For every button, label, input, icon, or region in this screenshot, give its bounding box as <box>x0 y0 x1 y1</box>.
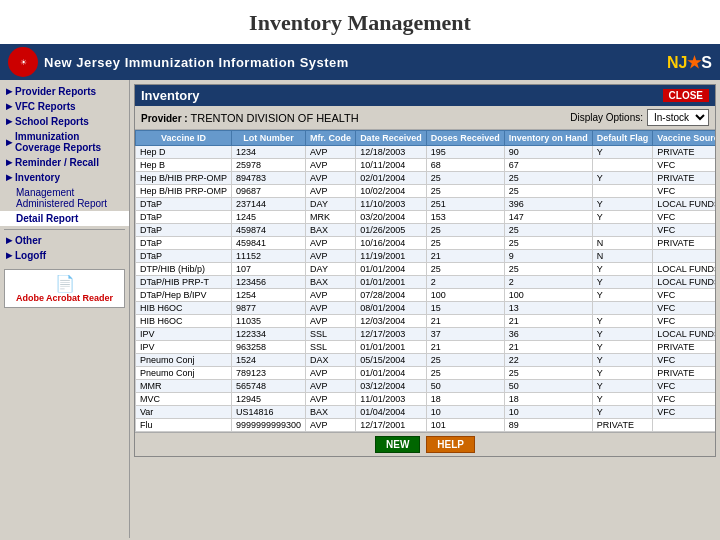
table-cell: 25 <box>426 263 504 276</box>
table-cell <box>592 302 653 315</box>
table-cell: PRIVATE <box>653 341 715 354</box>
table-cell: 01/01/2004 <box>356 263 427 276</box>
table-row[interactable]: DTaP11152AVP11/19/2001219N11/19/2007 <box>136 250 716 263</box>
table-cell: 153 <box>426 211 504 224</box>
inventory-header: Inventory CLOSE <box>135 85 715 106</box>
table-cell: AVP <box>306 315 356 328</box>
table-cell: VFC <box>653 393 715 406</box>
table-cell: 12/17/2001 <box>356 419 427 432</box>
table-cell: Y <box>592 315 653 328</box>
sidebar-label: Immunization Coverage Reports <box>15 131 123 153</box>
table-row[interactable]: IPV122334SSL12/17/20033736YLOCAL FUNDS12… <box>136 328 716 341</box>
table-cell: 07/28/2004 <box>356 289 427 302</box>
table-cell: 107 <box>232 263 306 276</box>
sidebar-label: School Reports <box>15 116 89 127</box>
sidebar-item-vfc-reports[interactable]: ▶ VFC Reports <box>0 99 129 114</box>
table-row[interactable]: Pneumo Conj1524DAX05/15/20042522YVFC05/1… <box>136 354 716 367</box>
table-row[interactable]: MMR565748AVP03/12/20045050YVFC04/25/2005 <box>136 380 716 393</box>
sidebar-item-school-reports[interactable]: ▶ School Reports <box>0 114 129 129</box>
sidebar-item-logoff[interactable]: ▶ Logoff <box>0 248 129 263</box>
column-header: Mfr. Code <box>306 131 356 146</box>
table-cell: VFC <box>653 302 715 315</box>
table-cell: 9999999999300 <box>232 419 306 432</box>
table-cell: 11/19/2001 <box>356 250 427 263</box>
table-cell: VFC <box>653 380 715 393</box>
column-header: Date Received <box>356 131 427 146</box>
table-row[interactable]: MVC12945AVP11/01/20031818YVFC12/28/2005 <box>136 393 716 406</box>
sidebar-item-other[interactable]: ▶ Other <box>0 233 129 248</box>
table-row[interactable]: Hep D1234AVP12/18/200319590YPRIVATE12/01… <box>136 146 716 159</box>
table-cell: 25 <box>426 354 504 367</box>
table-cell: DTaP/HIB PRP-T <box>136 276 232 289</box>
display-options-label: Display Options: <box>570 112 643 123</box>
table-cell: Y <box>592 406 653 419</box>
display-options-select[interactable]: In-stockAllExpiredUsed <box>647 109 709 126</box>
table-cell: US14816 <box>232 406 306 419</box>
table-row[interactable]: DTaP237144DAY11/10/2003251396YLOCAL FUND… <box>136 198 716 211</box>
sidebar-item-inventory[interactable]: ▶ Inventory <box>0 170 129 185</box>
table-cell: LOCAL FUNDS <box>653 328 715 341</box>
table-row[interactable]: IPV963258SSL01/01/20012121YPRIVATE01/01/… <box>136 341 716 354</box>
inventory-panel: Inventory CLOSE Provider : TRENTON DIVIS… <box>134 84 716 457</box>
acrobat-icon: 📄 <box>9 274 120 293</box>
table-row[interactable]: Hep B25978AVP10/11/20046867VFC10/11/2008 <box>136 159 716 172</box>
column-header: Default Flag <box>592 131 653 146</box>
table-cell: Hep B/HIB PRP-OMP <box>136 172 232 185</box>
table-row[interactable]: HIB H6OC9877AVP08/01/20041513VFC01/01/20… <box>136 302 716 315</box>
table-row[interactable]: Hep B/HIB PRP-OMP894783AVP02/01/20042525… <box>136 172 716 185</box>
title-area: Inventory Management <box>0 0 720 44</box>
table-cell: N <box>592 237 653 250</box>
table-cell: 22 <box>504 354 592 367</box>
close-button[interactable]: CLOSE <box>663 89 709 102</box>
table-cell: 25 <box>504 263 592 276</box>
table-cell: 459841 <box>232 237 306 250</box>
table-cell: Y <box>592 172 653 185</box>
table-cell: 963258 <box>232 341 306 354</box>
table-row[interactable]: DTaP1245MRK03/20/2004153147YVFC03/02/200… <box>136 211 716 224</box>
sidebar-sub-mgmt-admin[interactable]: Management Administered Report <box>0 185 129 211</box>
column-header: Vaccine Source <box>653 131 715 146</box>
help-button[interactable]: HELP <box>426 436 475 453</box>
table-row[interactable]: DTaP459874BAX01/26/20052525VFC01/25/2007 <box>136 224 716 237</box>
table-cell: Y <box>592 367 653 380</box>
table-cell: 03/20/2004 <box>356 211 427 224</box>
table-cell: VFC <box>653 159 715 172</box>
table-cell: 11/10/2003 <box>356 198 427 211</box>
table-row[interactable]: DTaP/Hep B/IPV1254AVP07/28/2004100100YVF… <box>136 289 716 302</box>
tri-icon: ▶ <box>6 138 12 147</box>
table-cell: DTP/HIB (Hib/p) <box>136 263 232 276</box>
new-button[interactable]: NEW <box>375 436 420 453</box>
table-cell: AVP <box>306 237 356 250</box>
table-row[interactable]: Flu9999999999300AVP12/17/200110189PRIVAT… <box>136 419 716 432</box>
table-cell: Hep B <box>136 159 232 172</box>
table-cell: 09687 <box>232 185 306 198</box>
column-header: Vaccine ID <box>136 131 232 146</box>
inventory-table: Vaccine IDLot NumberMfr. CodeDate Receiv… <box>135 130 715 432</box>
table-cell: 122334 <box>232 328 306 341</box>
table-row[interactable]: DTaP459841AVP10/16/20042525NPRIVATE11/19… <box>136 237 716 250</box>
table-cell: 10/11/2004 <box>356 159 427 172</box>
table-cell: 15 <box>426 302 504 315</box>
sidebar-sub-label: Detail Report <box>16 213 78 224</box>
table-cell: 9 <box>504 250 592 263</box>
table-row[interactable]: Pneumo Conj789123AVP01/01/20042525YPRIVA… <box>136 367 716 380</box>
table-cell: Y <box>592 380 653 393</box>
table-cell: 396 <box>504 198 592 211</box>
table-row[interactable]: DTP/HIB (Hib/p)107DAY01/01/20042525YLOCA… <box>136 263 716 276</box>
sidebar-item-provider-reports[interactable]: ▶ Provider Reports <box>0 84 129 99</box>
table-cell: 25 <box>504 367 592 380</box>
table-row[interactable]: VarUS14816BAX01/04/20041010YVFC10/25/200… <box>136 406 716 419</box>
table-cell: MRK <box>306 211 356 224</box>
table-row[interactable]: DTaP/HIB PRP-T123456BAX01/01/200122YLOCA… <box>136 276 716 289</box>
table-row[interactable]: Hep B/HIB PRP-OMP09687AVP10/02/20042525V… <box>136 185 716 198</box>
provider-label: Provider : <box>141 113 190 124</box>
sidebar-item-immun-coverage[interactable]: ▶ Immunization Coverage Reports <box>0 129 129 155</box>
table-row[interactable]: HIB H6OC11035AVP12/03/20042121YVFC12/30/… <box>136 315 716 328</box>
column-header: Inventory on Hand <box>504 131 592 146</box>
system-name: New Jersey Immunization Information Syst… <box>44 55 349 70</box>
table-cell: 25 <box>504 224 592 237</box>
table-cell: 894783 <box>232 172 306 185</box>
table-cell: Var <box>136 406 232 419</box>
sidebar-item-reminder-recall[interactable]: ▶ Reminder / Recall <box>0 155 129 170</box>
sidebar-sub-detail-report[interactable]: Detail Report <box>0 211 129 226</box>
